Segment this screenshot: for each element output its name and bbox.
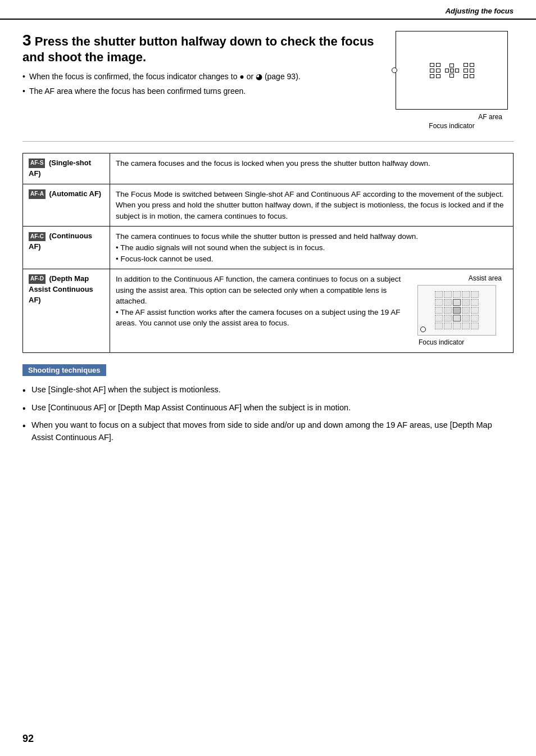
af-area-label: AF area: [478, 113, 502, 121]
assist-squares: [435, 291, 479, 329]
focus-indicator-dot: [392, 67, 397, 73]
focus-diagram: AF area Focus indicator: [390, 31, 514, 130]
header-title: Adjusting the focus: [446, 7, 514, 15]
step-text: 3 Press the shutter button halfway down …: [22, 31, 379, 130]
technique-item-2: Use [Continuous AF] or [Depth Map Assist…: [22, 402, 514, 414]
main-content: 3 Press the shutter button halfway down …: [0, 20, 536, 467]
depth-text: In addition to the Continuous AF functio…: [116, 274, 411, 348]
page-header: Adjusting the focus: [0, 0, 536, 20]
badge-afa: AF-A: [29, 189, 46, 199]
step-section: 3 Press the shutter button halfway down …: [22, 31, 514, 142]
page: Adjusting the focus 3 Press the shutter …: [0, 0, 536, 756]
af-right-col: [464, 63, 474, 78]
focus-indicator-label2: Focus indicator: [419, 338, 464, 347]
techniques-list: Use [Single-shot AF] when the subject is…: [22, 384, 514, 444]
desc-cell-afa: The Focus Mode is switched between Singl…: [110, 184, 514, 227]
step-bullet-2: The AF area where the focus has been con…: [22, 86, 379, 97]
af-area-grid: [430, 63, 474, 78]
mode-name-afa: (Automatic AF): [49, 189, 102, 198]
desc-cell-afd: In addition to the Continuous AF functio…: [110, 269, 514, 353]
step-bullets: When the focus is confirmed, the focus i…: [22, 71, 379, 97]
table-row-afs: AF-S (Single-shot AF) The camera focuses…: [23, 153, 514, 184]
step-title: 3 Press the shutter button halfway down …: [22, 31, 379, 65]
assist-box: [417, 285, 496, 336]
badge-afc: AF-C: [29, 232, 46, 242]
focus-indicator-label: Focus indicator: [429, 122, 474, 130]
table-row-afc: AF-C (Continuous AF) The camera continue…: [23, 227, 514, 269]
assist-grid-inner: [418, 286, 496, 335]
step-title-text: Press the shutter button halfway down to…: [22, 34, 374, 64]
desc-cell-afs: The camera focuses and the focus is lock…: [110, 153, 514, 184]
badge-afs: AF-S: [29, 159, 45, 168]
table-row-afd: AF-D (Depth Map Assist Continuous AF) In…: [23, 269, 514, 353]
mode-cell-afd: AF-D (Depth Map Assist Continuous AF): [23, 269, 110, 353]
assist-area-label: Assist area: [469, 274, 502, 283]
page-number: 92: [22, 733, 34, 745]
badge-afd: AF-D: [29, 274, 46, 284]
mode-cell-afa: AF-A (Automatic AF): [23, 184, 110, 227]
mode-cell-afc: AF-C (Continuous AF): [23, 227, 110, 269]
af-mode-table: AF-S (Single-shot AF) The camera focuses…: [22, 153, 514, 353]
af-left-col: [430, 63, 440, 78]
af-center-col: [445, 64, 459, 78]
techniques-section: Shooting techniques Use [Single-shot AF]…: [22, 364, 514, 444]
technique-item-3: When you want to focus on a subject that…: [22, 419, 514, 444]
mode-cell-afs: AF-S (Single-shot AF): [23, 153, 110, 184]
assist-diagram: Assist area: [417, 274, 507, 348]
depth-row-desc: In addition to the Continuous AF functio…: [116, 274, 507, 348]
techniques-badge: Shooting techniques: [22, 364, 106, 376]
desc-cell-afc: The camera continues to focus while the …: [110, 227, 514, 269]
step-number: 3: [22, 31, 31, 49]
table-row-afa: AF-A (Automatic AF) The Focus Mode is sw…: [23, 184, 514, 227]
step-bullet-1: When the focus is confirmed, the focus i…: [22, 71, 379, 83]
focus-diagram-box: [396, 31, 508, 110]
technique-item-1: Use [Single-shot AF] when the subject is…: [22, 384, 514, 396]
